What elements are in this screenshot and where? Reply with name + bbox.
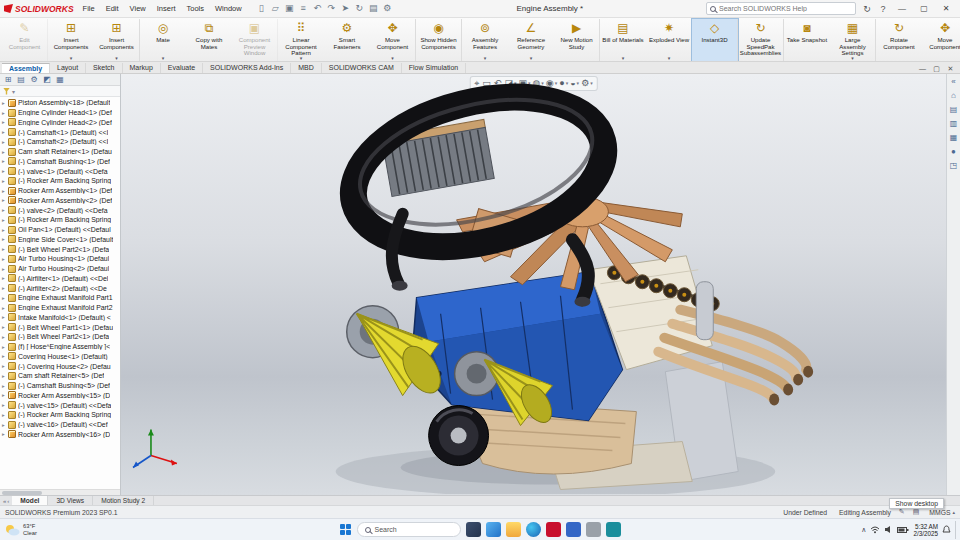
command-tab[interactable]: SOLIDWORKS CAM <box>322 63 402 73</box>
collapse-pane-icon[interactable]: « <box>948 76 959 87</box>
tree-item[interactable]: ▸ Covering House<1> (Default) <box>0 352 120 362</box>
property-manager-tab-icon[interactable]: ▤ <box>15 74 27 85</box>
command-tab[interactable]: Evaluate <box>161 63 203 73</box>
ribbon-button[interactable]: ∠ Reference Geometry ▾ <box>508 19 554 61</box>
ribbon-button[interactable]: ⧉ Copy with Mates <box>186 19 232 61</box>
app-icon-gray[interactable] <box>586 522 601 537</box>
ribbon-button[interactable]: ✥ Move Component <box>922 19 960 61</box>
command-tab[interactable]: Assembly <box>2 63 50 73</box>
maximize-button[interactable]: ▢ <box>914 1 934 17</box>
tree-item[interactable]: ▸ (-) Airfilter<2> (Default) <<De <box>0 283 120 293</box>
scroll-tabs-left-icon[interactable]: ‹ <box>7 498 9 504</box>
configuration-manager-tab-icon[interactable]: ⚙ <box>28 74 40 85</box>
menu-item[interactable]: Insert <box>152 2 181 15</box>
tree-item[interactable]: ▸ Cam shaft Retainer<5> (Def <box>0 371 120 381</box>
tree-item[interactable]: ▸ (-) Airfilter<1> (Default) <<Del <box>0 274 120 284</box>
menu-item[interactable]: File <box>78 2 100 15</box>
command-tab[interactable]: Sketch <box>86 63 122 73</box>
scroll-tabs-start-icon[interactable]: « <box>3 498 6 504</box>
view-palette-icon[interactable]: ▦ <box>948 132 959 143</box>
command-tab[interactable]: SOLIDWORKS Add-Ins <box>203 63 291 73</box>
file-explorer-pane-icon[interactable]: ▥ <box>948 118 959 129</box>
filter-icon[interactable] <box>3 88 10 95</box>
file-explorer-icon[interactable] <box>506 522 521 537</box>
ribbon-button[interactable]: ⠿ Linear Component Pattern ▾ <box>278 19 324 61</box>
print-icon[interactable]: ≡ <box>297 2 310 15</box>
ribbon-button[interactable]: ⊞ Insert Components ▾ <box>48 19 94 61</box>
tree-item[interactable]: ▸ Intake Manifold<1> (Default) < <box>0 313 120 323</box>
sheet-icon[interactable]: ▤ <box>913 508 920 516</box>
help-search-input[interactable] <box>719 5 852 12</box>
edit-sketch-icon[interactable]: ✎ <box>899 508 905 516</box>
tree-item[interactable]: ▸ Rocker Arm Assembly<1> (Def <box>0 186 120 196</box>
ribbon-button[interactable]: ✎ Edit Component <box>2 19 48 61</box>
redo-icon[interactable]: ↷ <box>325 2 338 15</box>
filter-chevron-icon[interactable]: ▾ <box>12 88 15 95</box>
doc-minimize-button[interactable]: — <box>917 65 928 73</box>
ribbon-button[interactable]: ⊚ Assembly Features ▾ <box>462 19 508 61</box>
solidworks-taskbar-icon[interactable] <box>546 522 561 537</box>
doc-restore-button[interactable]: ▢ <box>931 65 942 73</box>
tree-item[interactable]: ▸ (-) Camshaft<1> (Default) <<I <box>0 127 120 137</box>
options-icon[interactable]: ⚙ <box>381 2 394 15</box>
clock[interactable]: 5:32 AM 2/3/2025 <box>913 523 938 537</box>
solidworks-resources-icon[interactable]: ⌂ <box>948 90 959 101</box>
ribbon-button[interactable]: ↻ Rotate Component <box>876 19 922 61</box>
ribbon-button[interactable]: ⊞ Insert Components ▾ <box>94 19 140 61</box>
open-file-icon[interactable]: ▱ <box>269 2 282 15</box>
wifi-icon[interactable] <box>870 525 880 534</box>
command-tab[interactable]: Flow Simulation <box>402 63 466 73</box>
appearances-scenes-icon[interactable]: ● <box>948 146 959 157</box>
tree-item[interactable]: ▸ Engine Cylinder Head<1> (Def <box>0 108 120 118</box>
new-file-icon[interactable]: ▯ <box>255 2 268 15</box>
document-tab[interactable]: 3D Views <box>48 496 93 505</box>
volume-icon[interactable] <box>884 525 893 534</box>
tree-item[interactable]: ▸ Air Turbo Housing<2> (Defaul <box>0 264 120 274</box>
tree-item[interactable]: ▸ (-) Rocker Arm Backing Spring <box>0 176 120 186</box>
tree-item[interactable]: ▸ Rocker Arm Assembly<15> (D <box>0 391 120 401</box>
ribbon-button[interactable]: ⚙ Smart Fasteners <box>324 19 370 61</box>
tree-item[interactable]: ▸ (-) Belt Wheel Part1<1> (Defau <box>0 322 120 332</box>
ribbon-button[interactable]: ▦ Large Assembly Settings ▾ <box>830 19 876 61</box>
close-button[interactable]: ✕ <box>936 1 956 17</box>
tree-horizontal-scrollbar[interactable] <box>0 489 120 495</box>
tree-item[interactable]: ▸ Piston Assembly<18> (Default <box>0 98 120 108</box>
menu-item[interactable]: View <box>125 2 151 15</box>
save-icon[interactable]: ▣ <box>283 2 296 15</box>
scrollbar-thumb[interactable] <box>2 491 42 495</box>
tree-item[interactable]: ▸ (-) valve<16> (Default) <<Def <box>0 420 120 430</box>
tree-item[interactable]: ▸ Oil Pan<1> (Default) <<Defaul <box>0 225 120 235</box>
app-icon-teal[interactable] <box>606 522 621 537</box>
tree-item[interactable]: ▸ Cam shaft Retainer<1> (Defau <box>0 147 120 157</box>
cam-tree-tab-icon[interactable]: ▦ <box>54 74 66 85</box>
tree-item[interactable]: ▸ (-) Belt Wheel Part2<1> (Defa <box>0 244 120 254</box>
tree-item[interactable]: ▸ (-) Rocker Arm Backing Spring <box>0 410 120 420</box>
ribbon-button[interactable]: ✷ Exploded View ▾ <box>646 19 692 61</box>
tree-item[interactable]: ▸ Engine Cylinder Head<2> (Def <box>0 118 120 128</box>
tree-item[interactable]: ▸ Engine Side Cover<1> (Default <box>0 235 120 245</box>
tree-item[interactable]: ▸ (-) Rocker Arm Backing Spring <box>0 215 120 225</box>
ribbon-button[interactable]: ◙ Take Snapshot <box>784 19 830 61</box>
tree-item[interactable]: ▸ (-) Camshaft Bushing<5> (Def <box>0 381 120 391</box>
taskbar-search[interactable]: Search <box>357 522 461 537</box>
minimize-button[interactable]: — <box>892 1 912 17</box>
tree-item[interactable]: ▸ (-) Camshaft Bushing<1> (Def <box>0 157 120 167</box>
battery-icon[interactable] <box>897 526 909 534</box>
tree-item[interactable]: ▸ (-) Covering House<2> (Defau <box>0 361 120 371</box>
edge-icon[interactable] <box>526 522 541 537</box>
ribbon-button[interactable]: ▣ Component Preview Window <box>232 19 278 61</box>
app-icon-blue[interactable] <box>566 522 581 537</box>
tree-item[interactable]: ▸ (f) [ Hose^Engine Assembly ]< <box>0 342 120 352</box>
command-tab[interactable]: Layout <box>50 63 86 73</box>
graphics-viewport[interactable]: ⌖ ▭ ↶ ◪▾ ▣▾ ◍▾ ◉▾ ●▾ ◒▾ ⚙▾ <box>121 74 946 495</box>
notifications-icon[interactable] <box>942 525 951 534</box>
doc-close-button[interactable]: ✕ <box>945 65 956 73</box>
engine-3d-model[interactable] <box>121 74 946 494</box>
command-tab[interactable]: Markup <box>123 63 161 73</box>
ribbon-button[interactable]: ✥ Move Component ▾ <box>370 19 416 61</box>
ribbon-button[interactable]: ↻ Update SpeedPak Subassemblies <box>738 19 784 61</box>
undo-icon[interactable]: ↶ <box>311 2 324 15</box>
help-search-box[interactable] <box>706 2 856 15</box>
tree-item[interactable]: ▸ Rocker Arm Assembly<2> (Def <box>0 196 120 206</box>
tree-item[interactable]: ▸ (-) Belt Wheel Part2<1> (Defa <box>0 332 120 342</box>
